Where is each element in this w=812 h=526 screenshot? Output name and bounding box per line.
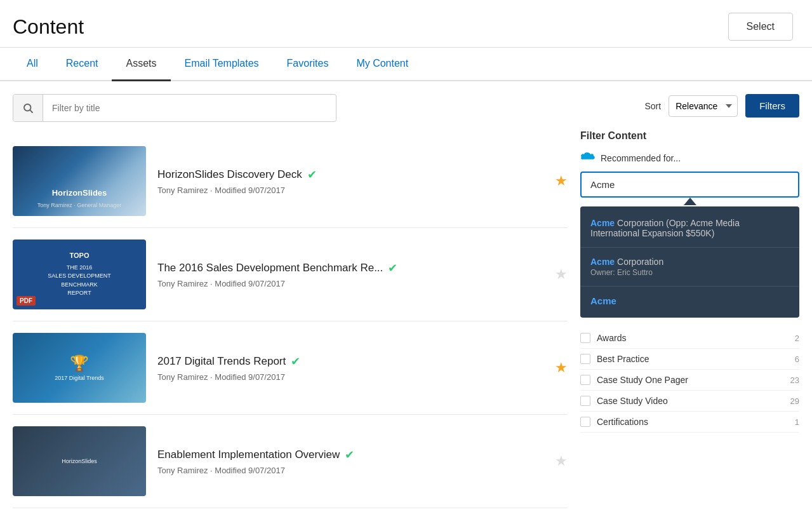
content-item: TOPO THE 2016SALES DEVELOPMENTBENCHMARKR… xyxy=(13,228,568,321)
filter-categories: Awards 2 Best Practice 6 Case Study One … xyxy=(580,328,799,433)
dropdown-item-sub: Owner: Eric Suttro xyxy=(590,268,789,277)
filter-checkbox[interactable] xyxy=(580,333,590,343)
item-title-row: HorizonSlides Discovery Deck ✔ xyxy=(157,168,543,182)
star-icon[interactable]: ★ xyxy=(555,266,568,283)
dropdown-divider-2 xyxy=(580,286,799,287)
dropdown-item-text: Acme Corporation (Opp: Acme Media Intern… xyxy=(590,218,789,238)
select-button[interactable]: Select xyxy=(728,13,793,41)
filter-label: Awards xyxy=(597,333,789,343)
thumbnail-text: TOPO THE 2016SALES DEVELOPMENTBENCHMARKR… xyxy=(43,246,116,302)
filter-checkbox[interactable] xyxy=(580,375,590,385)
filter-count: 29 xyxy=(790,396,799,406)
content-item: HorizonSlides Tony Ramirez · General Man… xyxy=(13,135,568,228)
tab-assets[interactable]: Assets xyxy=(112,48,170,81)
filter-row: Certifications 1 xyxy=(580,412,799,433)
svg-point-0 xyxy=(24,104,31,111)
item-title: 2017 Digital Trends Report xyxy=(157,355,286,368)
filter-count: 6 xyxy=(795,354,799,364)
thumbnail-text: HorizonSlides xyxy=(13,426,146,496)
recommended-header: Recommended for... xyxy=(580,151,799,165)
filter-title: Filter Content xyxy=(580,130,799,142)
item-title-row: Enablement Implementation Overview ✔ xyxy=(157,448,543,462)
item-thumbnail: HorizonSlides xyxy=(13,426,146,496)
thumbnail-text: HorizonSlides Tony Ramirez · General Man… xyxy=(37,187,122,210)
star-icon[interactable]: ★ xyxy=(555,173,568,189)
sort-filters-row: Sort Relevance Filters xyxy=(580,94,799,118)
search-icon xyxy=(22,102,34,114)
page-title: Content xyxy=(13,15,84,39)
verified-icon: ✔ xyxy=(307,168,317,182)
item-title-row: The 2016 Sales Development Benchmark Re.… xyxy=(157,261,543,275)
verified-icon: ✔ xyxy=(345,448,354,462)
right-panel: Sort Relevance Filters Filter Content Re… xyxy=(580,94,799,508)
item-meta: Tony Ramirez · Modified 9/07/2017 xyxy=(157,185,543,195)
tab-my-content[interactable]: My Content xyxy=(342,48,422,81)
item-title: Enablement Implementation Overview xyxy=(157,448,340,461)
dropdown-item-acme-corp-opp[interactable]: Acme Corporation (Opp: Acme Media Intern… xyxy=(580,212,799,245)
item-title: The 2016 Sales Development Benchmark Re.… xyxy=(157,262,383,274)
search-bar xyxy=(13,94,336,122)
content-item: HorizonSlides Enablement Implementation … xyxy=(13,415,568,508)
verified-icon: ✔ xyxy=(291,354,300,368)
page-header: Content Select xyxy=(0,0,812,48)
filter-checkbox[interactable] xyxy=(580,417,590,427)
filter-row: Awards 2 xyxy=(580,328,799,349)
item-meta: Tony Ramirez · Modified 9/07/2017 xyxy=(157,466,543,475)
dropdown-divider xyxy=(580,247,799,248)
filter-label: Case Study Video xyxy=(597,396,784,406)
filter-row: Best Practice 6 xyxy=(580,349,799,370)
item-info: Enablement Implementation Overview ✔ Ton… xyxy=(157,448,543,475)
search-icon-button[interactable] xyxy=(13,95,43,121)
item-title-row: 2017 Digital Trends Report ✔ xyxy=(157,354,543,368)
recommended-section: Recommended for... Acme Corporation (Opp… xyxy=(580,151,799,318)
star-icon[interactable]: ★ xyxy=(555,360,568,376)
dropdown-item-main: Acme Corporation xyxy=(590,257,789,267)
item-title: HorizonSlides Discovery Deck xyxy=(157,168,302,181)
verified-icon: ✔ xyxy=(388,261,397,275)
content-item: 🏆 2017 Digital Trends 2017 Digital Trend… xyxy=(13,321,568,415)
tab-favorites[interactable]: Favorites xyxy=(273,48,343,81)
highlight-text: Acme xyxy=(590,218,615,228)
filter-label: Case Study One Pager xyxy=(597,375,784,385)
tab-email-templates[interactable]: Email Templates xyxy=(171,48,273,81)
filter-count: 1 xyxy=(795,417,799,427)
sort-select[interactable]: Relevance xyxy=(669,95,738,117)
tabs-nav: AllRecentAssetsEmail TemplatesFavoritesM… xyxy=(0,48,812,81)
item-thumbnail: 🏆 2017 Digital Trends xyxy=(13,333,146,403)
filter-label: Best Practice xyxy=(597,354,789,364)
item-info: 2017 Digital Trends Report ✔ Tony Ramire… xyxy=(157,354,543,382)
filter-checkbox[interactable] xyxy=(580,396,590,406)
filter-label: Certifications xyxy=(597,417,789,427)
sort-label: Sort xyxy=(644,101,661,111)
tab-recent[interactable]: Recent xyxy=(52,48,112,81)
salesforce-cloud-icon xyxy=(580,151,596,165)
filter-count: 2 xyxy=(795,334,799,343)
tab-all[interactable]: All xyxy=(13,48,52,81)
svg-line-1 xyxy=(30,110,32,112)
acme-input-wrapper xyxy=(580,172,799,198)
filter-checkbox[interactable] xyxy=(580,354,590,364)
item-thumbnail: HorizonSlides Tony Ramirez · General Man… xyxy=(13,146,146,216)
search-input[interactable] xyxy=(43,95,336,121)
filter-row: Case Study One Pager 23 xyxy=(580,370,799,391)
left-panel: HorizonSlides Tony Ramirez · General Man… xyxy=(13,94,568,508)
dropdown-item-acme-corporation[interactable]: Acme Corporation Owner: Eric Suttro xyxy=(580,250,799,283)
pdf-badge: PDF xyxy=(17,296,36,306)
corp-text: Corporation xyxy=(615,257,663,267)
item-info: HorizonSlides Discovery Deck ✔ Tony Rami… xyxy=(157,168,543,195)
item-meta: Tony Ramirez · Modified 9/07/2017 xyxy=(157,372,543,382)
highlight-acme: Acme xyxy=(590,257,615,267)
recommended-label: Recommended for... xyxy=(601,153,681,163)
acme-input[interactable] xyxy=(580,172,799,198)
content-list: HorizonSlides Tony Ramirez · General Man… xyxy=(13,135,568,508)
thumbnail-text: 🏆 2017 Digital Trends xyxy=(55,354,104,381)
item-thumbnail: TOPO THE 2016SALES DEVELOPMENTBENCHMARKR… xyxy=(13,239,146,309)
item-info: The 2016 Sales Development Benchmark Re.… xyxy=(157,261,543,288)
dropdown-item-acme-simple[interactable]: Acme xyxy=(580,289,799,313)
item-meta: Tony Ramirez · Modified 9/07/2017 xyxy=(157,279,543,288)
filter-content-panel: Filter Content Recommended for... xyxy=(580,130,799,433)
filter-count: 23 xyxy=(790,375,799,385)
filters-button[interactable]: Filters xyxy=(745,94,799,118)
filter-row: Case Study Video 29 xyxy=(580,391,799,412)
star-icon[interactable]: ★ xyxy=(555,453,568,469)
